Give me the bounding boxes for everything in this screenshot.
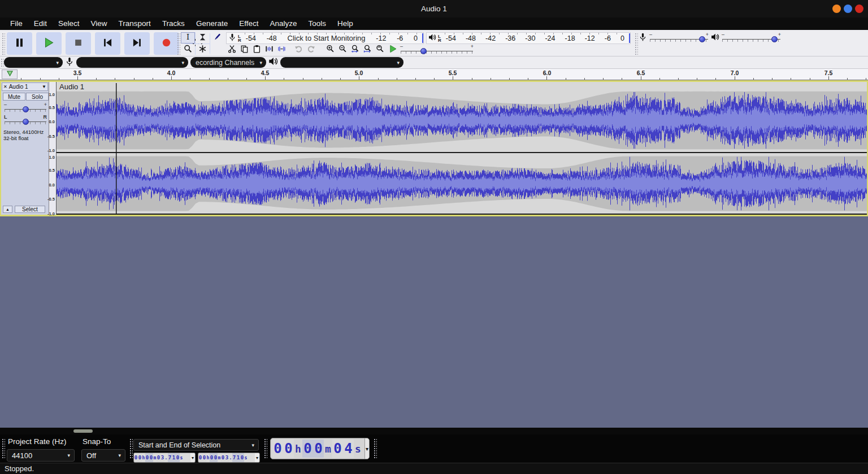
skip-to-end-button[interactable] bbox=[124, 32, 150, 55]
play-speed-knob[interactable] bbox=[420, 48, 427, 54]
copy-button[interactable] bbox=[238, 44, 250, 55]
chevron-down-icon: ▾ bbox=[251, 442, 254, 448]
cut-button[interactable] bbox=[226, 44, 238, 55]
time-unit: s bbox=[354, 443, 362, 455]
grip-handle[interactable] bbox=[263, 438, 267, 459]
select-track-button[interactable]: Select bbox=[15, 206, 45, 213]
grip-handle[interactable] bbox=[634, 32, 638, 55]
timeline-label: 6.0 bbox=[543, 69, 552, 76]
timeline-tick bbox=[546, 76, 547, 80]
zoom-tool[interactable] bbox=[181, 44, 195, 55]
redo-button[interactable] bbox=[305, 44, 317, 55]
project-rate-select[interactable]: 44100 ▾ bbox=[7, 449, 75, 462]
audio-position-display[interactable]: 00h00m04s▾ bbox=[270, 438, 370, 459]
playback-device-select[interactable]: ▾ bbox=[280, 57, 403, 68]
meter-tick-label: -12 bbox=[585, 34, 595, 42]
horizontal-scrollbar[interactable] bbox=[0, 428, 868, 434]
close-track-icon[interactable]: ✕ bbox=[3, 84, 7, 89]
selection-mode-select[interactable]: Start and End of Selection ▾ bbox=[133, 439, 259, 451]
record-button[interactable] bbox=[154, 32, 179, 55]
grip-handle[interactable] bbox=[176, 32, 180, 55]
playback-volume-slider[interactable]: –+ bbox=[722, 32, 780, 44]
skip-to-end-icon bbox=[132, 37, 142, 50]
envelope-tool[interactable] bbox=[196, 32, 210, 44]
time-digit: 0 bbox=[214, 453, 218, 462]
pan-knob[interactable] bbox=[23, 119, 29, 125]
recording-device-select[interactable]: ▾ bbox=[76, 57, 188, 68]
menu-edit[interactable]: Edit bbox=[28, 18, 53, 30]
timeline-tick bbox=[828, 76, 829, 80]
recording-volume-slider[interactable]: –+ bbox=[650, 32, 708, 44]
menu-transport[interactable]: Transport bbox=[113, 18, 157, 30]
timeline-tick bbox=[622, 78, 622, 80]
plus-label: + bbox=[778, 32, 781, 37]
grip-handle[interactable] bbox=[0, 58, 4, 68]
zoom-out-button[interactable] bbox=[337, 44, 349, 55]
zoom-toggle-button[interactable] bbox=[374, 44, 386, 55]
playback-volume-knob[interactable] bbox=[771, 36, 778, 42]
chevron-down-icon[interactable]: ▾ bbox=[364, 438, 369, 459]
grip-handle[interactable] bbox=[129, 438, 133, 459]
timeline-tick bbox=[77, 76, 78, 80]
paste-button[interactable] bbox=[251, 44, 263, 55]
scrollbar-thumb[interactable] bbox=[73, 429, 93, 433]
audio-host-select[interactable]: ▾ bbox=[4, 57, 63, 68]
snap-to-label: Snap-To bbox=[83, 437, 111, 446]
chevron-down-icon[interactable]: ▾ bbox=[190, 453, 195, 462]
gain-slider[interactable]: –+ bbox=[5, 102, 46, 114]
minimize-button[interactable] bbox=[832, 5, 841, 13]
snap-to-select[interactable]: Off ▾ bbox=[81, 449, 125, 462]
collapse-track-button[interactable]: ▲ bbox=[3, 206, 12, 213]
grip-handle[interactable] bbox=[1, 438, 5, 459]
menu-effect[interactable]: Effect bbox=[233, 18, 264, 30]
trim-audio-button[interactable] bbox=[263, 44, 275, 55]
play-speed-slider[interactable]: –+ bbox=[401, 44, 473, 55]
selection-start-field[interactable]: 00h00m03.710s▾ bbox=[133, 453, 196, 463]
recording-meter[interactable]: LR-54-48Click to Start Monitoring-12-60 bbox=[226, 32, 424, 44]
pinned-play-head-button[interactable] bbox=[2, 69, 18, 79]
play-button[interactable] bbox=[36, 32, 62, 55]
copy-icon bbox=[240, 45, 249, 55]
undo-button[interactable] bbox=[293, 44, 305, 55]
pan-slider[interactable]: LR bbox=[5, 115, 46, 126]
grip-handle[interactable] bbox=[1, 32, 5, 55]
ruler-value: 1.0 bbox=[49, 155, 55, 160]
multi-tool[interactable] bbox=[196, 44, 210, 55]
chevron-down-icon[interactable]: ▾ bbox=[255, 453, 259, 462]
menu-generate[interactable]: Generate bbox=[190, 18, 233, 30]
selection-tool[interactable]: I bbox=[181, 32, 195, 44]
menu-view[interactable]: View bbox=[85, 18, 113, 30]
play-at-speed-button[interactable] bbox=[389, 45, 397, 55]
gain-knob[interactable] bbox=[23, 106, 29, 112]
vertical-scale-ruler[interactable]: 1.00.50.0-0.5-1.01.00.50.0-0.5-1.0 bbox=[49, 82, 57, 215]
track-menu-icon[interactable]: ▼ bbox=[42, 84, 46, 89]
record-icon bbox=[162, 38, 171, 50]
recording-volume-knob[interactable] bbox=[699, 36, 705, 42]
menu-analyze[interactable]: Analyze bbox=[264, 18, 302, 30]
draw-tool[interactable] bbox=[210, 32, 224, 44]
menu-tracks[interactable]: Tracks bbox=[157, 18, 190, 30]
menu-select[interactable]: Select bbox=[53, 18, 85, 30]
zoom-in-button[interactable] bbox=[324, 44, 336, 55]
skip-to-start-button[interactable] bbox=[95, 32, 120, 55]
silence-audio-button[interactable] bbox=[276, 44, 288, 55]
selection-end-field[interactable]: 00h00m03.710s▾ bbox=[198, 453, 260, 463]
pause-button[interactable] bbox=[7, 32, 32, 55]
grip-handle[interactable] bbox=[373, 438, 377, 459]
stop-button[interactable] bbox=[66, 32, 91, 55]
timeline-ruler[interactable]: 3.54.04.55.05.56.06.57.07.5 bbox=[0, 69, 868, 80]
menu-file[interactable]: File bbox=[5, 18, 28, 30]
mute-button[interactable]: Mute bbox=[3, 93, 25, 101]
waveform-display[interactable]: Audio 1 bbox=[57, 82, 867, 215]
playback-meter[interactable]: LR-54-48-42-36-30-24-18-12-60 bbox=[426, 32, 631, 44]
fit-selection-button[interactable] bbox=[349, 44, 361, 55]
maximize-button[interactable] bbox=[844, 5, 852, 13]
fit-project-button[interactable] bbox=[362, 44, 374, 55]
solo-button[interactable]: Solo bbox=[26, 93, 49, 101]
menu-help[interactable]: Help bbox=[332, 18, 359, 30]
track-control-panel: ✕Audio 1▼MuteSolo–+LRStereo, 44100Hz32-b… bbox=[1, 82, 49, 215]
recording-channels-select[interactable]: ecording Channels▾ bbox=[190, 57, 266, 68]
selection-toolbar: Project Rate (Hz) 44100 ▾ Snap-To Off ▾ … bbox=[0, 434, 868, 463]
menu-tools[interactable]: Tools bbox=[302, 18, 332, 30]
close-button[interactable] bbox=[855, 5, 863, 13]
